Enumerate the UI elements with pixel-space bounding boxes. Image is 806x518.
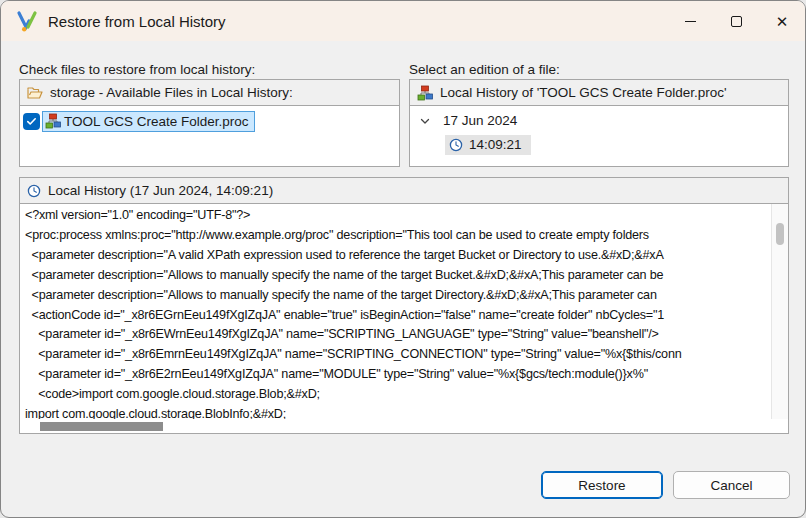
chevron-down-icon[interactable] bbox=[418, 114, 432, 128]
editions-tree: 17 Jun 2024 14:09:21 bbox=[410, 106, 788, 166]
left-section-label: Check files to restore from local histor… bbox=[19, 62, 255, 77]
editions-header-label: Local History of 'TOOL GCS Create Folder… bbox=[440, 85, 727, 100]
restore-from-local-history-dialog: Restore from Local History ✕ Check files… bbox=[0, 0, 806, 518]
titlebar: Restore from Local History ✕ bbox=[1, 1, 805, 41]
history-preview-body: <?xml version="1.0" encoding="UTF-8"?> <… bbox=[20, 204, 788, 433]
file-item-selected[interactable]: TOOL GCS Create Folder.proc bbox=[42, 111, 255, 132]
files-list-body: TOOL GCS Create Folder.proc bbox=[20, 106, 399, 166]
cancel-button[interactable]: Cancel bbox=[673, 471, 790, 499]
xml-preview-text[interactable]: <?xml version="1.0" encoding="UTF-8"?> <… bbox=[25, 206, 770, 419]
horizontal-scrollbar[interactable] bbox=[20, 419, 771, 433]
file-item-label: TOOL GCS Create Folder.proc bbox=[64, 114, 249, 129]
vertical-scrollbar[interactable] bbox=[771, 204, 788, 419]
editions-header: Local History of 'TOOL GCS Create Folder… bbox=[410, 80, 788, 106]
clock-icon bbox=[449, 138, 463, 152]
checkmark-icon bbox=[26, 116, 37, 127]
clock-icon bbox=[27, 184, 41, 198]
open-folder-icon bbox=[27, 85, 43, 101]
tree-date-label: 17 Jun 2024 bbox=[443, 113, 517, 128]
close-button[interactable]: ✕ bbox=[759, 1, 805, 41]
tree-date-row[interactable]: 17 Jun 2024 bbox=[418, 113, 517, 128]
app-logo-icon bbox=[16, 10, 38, 32]
window-title: Restore from Local History bbox=[48, 13, 226, 30]
vertical-scrollbar-thumb[interactable] bbox=[776, 223, 784, 245]
history-preview-header: Local History (17 Jun 2024, 14:09:21) bbox=[20, 178, 788, 204]
right-section-label: Select an edition of a file: bbox=[409, 62, 560, 77]
files-list-header-label: storage - Available Files in Local Histo… bbox=[50, 85, 293, 100]
file-checkbox[interactable] bbox=[23, 113, 40, 130]
tree-time-label: 14:09:21 bbox=[469, 137, 522, 152]
file-row: TOOL GCS Create Folder.proc bbox=[23, 111, 255, 132]
files-list-header: storage - Available Files in Local Histo… bbox=[20, 80, 399, 106]
caption-buttons: ✕ bbox=[667, 1, 805, 41]
restore-button[interactable]: Restore bbox=[541, 471, 663, 499]
history-preview-panel: Local History (17 Jun 2024, 14:09:21) <?… bbox=[19, 177, 789, 434]
editions-panel: Local History of 'TOOL GCS Create Folder… bbox=[409, 79, 789, 167]
files-list-panel: storage - Available Files in Local Histo… bbox=[19, 79, 400, 167]
history-preview-header-label: Local History (17 Jun 2024, 14:09:21) bbox=[48, 183, 273, 198]
horizontal-scrollbar-thumb[interactable] bbox=[40, 422, 163, 431]
tree-time-row-selected[interactable]: 14:09:21 bbox=[445, 135, 531, 155]
process-file-icon bbox=[45, 113, 61, 129]
process-file-icon bbox=[417, 85, 433, 101]
minimize-button[interactable] bbox=[667, 1, 713, 41]
maximize-icon bbox=[731, 16, 742, 27]
close-icon: ✕ bbox=[776, 14, 789, 29]
maximize-button[interactable] bbox=[713, 1, 759, 41]
minimize-icon bbox=[685, 21, 696, 22]
